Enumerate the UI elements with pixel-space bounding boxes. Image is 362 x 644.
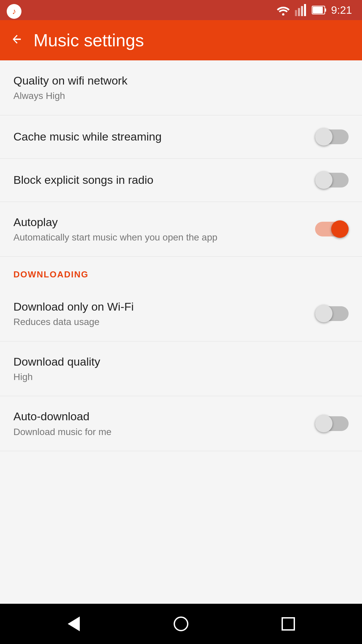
svg-point-0	[282, 13, 284, 16]
svg-rect-1	[295, 10, 297, 16]
bottom-nav-bar	[0, 604, 362, 644]
setting-block-explicit-text: Block explicit songs in radio	[13, 172, 315, 187]
setting-download-wifi-title: Download only on Wi-Fi	[13, 299, 305, 314]
setting-autoplay-title: Autoplay	[13, 215, 305, 229]
nav-back-button[interactable]	[60, 610, 87, 637]
setting-cache-music[interactable]: Cache music while streaming	[0, 115, 362, 159]
setting-auto-download-subtitle: Download music for me	[13, 426, 305, 438]
status-bar: ♪ 78 9:21	[0, 0, 362, 20]
setting-cache-music-text: Cache music while streaming	[13, 129, 315, 144]
back-button[interactable]	[10, 33, 23, 48]
setting-auto-download-text: Auto-download Download music for me	[13, 409, 315, 438]
setting-auto-download-title: Auto-download	[13, 409, 305, 424]
setting-download-wifi[interactable]: Download only on Wi-Fi Reduces data usag…	[0, 286, 362, 341]
download-wifi-toggle[interactable]	[315, 305, 349, 322]
svg-rect-6	[325, 8, 326, 12]
setting-download-quality-subtitle: High	[13, 371, 339, 383]
app-bar: Music settings	[0, 20, 362, 60]
setting-quality-wifi[interactable]: Quality on wifi network Always High	[0, 60, 362, 115]
svg-rect-7	[313, 7, 323, 13]
setting-quality-wifi-text: Quality on wifi network Always High	[13, 73, 349, 102]
setting-autoplay-subtitle: Automatically start music when you open …	[13, 231, 305, 244]
status-icons: 78 9:21	[276, 4, 352, 16]
downloading-section-label: DOWNLOADING	[13, 269, 88, 279]
setting-block-explicit-title: Block explicit songs in radio	[13, 172, 305, 187]
cache-music-toggle[interactable]	[315, 128, 349, 146]
setting-cache-music-title: Cache music while streaming	[13, 129, 305, 144]
app-icon: ♪	[7, 4, 21, 19]
music-app-icon: ♪	[7, 4, 21, 19]
nav-home-icon	[174, 616, 188, 631]
block-explicit-toggle-thumb	[315, 171, 333, 189]
setting-download-quality-text: Download quality High	[13, 354, 349, 383]
setting-download-quality[interactable]: Download quality High	[0, 341, 362, 396]
setting-block-explicit[interactable]: Block explicit songs in radio	[0, 159, 362, 202]
block-explicit-toggle[interactable]	[315, 171, 349, 189]
svg-rect-3	[301, 6, 303, 16]
autoplay-toggle[interactable]	[315, 220, 349, 238]
setting-download-wifi-text: Download only on Wi-Fi Reduces data usag…	[13, 299, 315, 328]
nav-recents-icon	[282, 617, 295, 631]
nav-back-icon	[68, 616, 80, 631]
setting-autoplay-text: Autoplay Automatically start music when …	[13, 215, 315, 244]
auto-download-toggle-thumb	[315, 415, 333, 432]
nav-recents-button[interactable]	[275, 610, 302, 637]
setting-autoplay[interactable]: Autoplay Automatically start music when …	[0, 202, 362, 257]
wifi-icon	[276, 5, 290, 15]
auto-download-toggle[interactable]	[315, 415, 349, 432]
settings-content: Quality on wifi network Always High Cach…	[0, 60, 362, 604]
setting-download-quality-title: Download quality	[13, 354, 339, 369]
svg-rect-2	[298, 8, 300, 16]
setting-download-wifi-subtitle: Reduces data usage	[13, 316, 305, 328]
status-time: 9:21	[331, 4, 352, 16]
setting-auto-download[interactable]: Auto-download Download music for me	[0, 396, 362, 451]
battery-icon: 78	[312, 6, 326, 14]
signal-icon	[295, 4, 307, 16]
autoplay-toggle-thumb	[331, 220, 349, 238]
setting-quality-wifi-subtitle: Always High	[13, 90, 339, 102]
nav-home-button[interactable]	[168, 610, 194, 637]
page-title: Music settings	[34, 30, 144, 50]
svg-rect-4	[304, 4, 306, 16]
downloading-section-header: DOWNLOADING	[0, 257, 362, 286]
cache-music-toggle-thumb	[315, 128, 333, 146]
setting-quality-wifi-title: Quality on wifi network	[13, 73, 339, 88]
